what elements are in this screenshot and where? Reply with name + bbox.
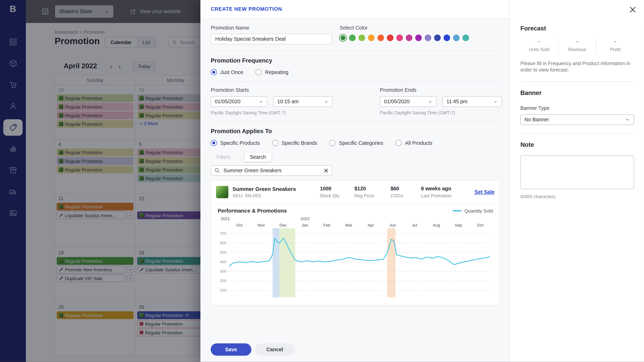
color-swatch[interactable] <box>340 35 346 41</box>
color-swatch[interactable] <box>349 35 356 41</box>
forecast-units-sold: - Units Sold <box>520 38 558 53</box>
start-timezone: Pacific Daylight Saving Time (GMT-7) <box>211 110 332 115</box>
cogs-label: COGs <box>390 193 421 198</box>
divider <box>211 51 500 51</box>
reg-price-label: Reg Price <box>354 193 390 198</box>
modal-side-panel: Forecast - Units Sold - Revenue - Profit… <box>509 0 644 362</box>
radio-icon <box>256 69 262 75</box>
tab-filters[interactable]: Filters <box>213 152 234 161</box>
svg-text:100: 100 <box>220 288 226 292</box>
legend-line-icon <box>453 210 462 212</box>
forecast-heading: Forecast <box>520 25 634 32</box>
banner-type-select[interactable]: No Banner <box>520 114 634 125</box>
select-color-label: Select Color <box>340 25 472 31</box>
color-swatch[interactable] <box>358 35 365 41</box>
end-time-select[interactable]: 11:45 pm <box>442 96 502 107</box>
start-time-select[interactable]: 10:15 am <box>273 96 333 107</box>
radio-specific-categories[interactable]: Specific Categories <box>330 140 383 146</box>
color-swatch[interactable] <box>434 35 441 41</box>
set-sale-link[interactable]: Set Sale <box>474 189 494 195</box>
last-promotion-stat: 8 weeks ago Last Promotion <box>421 186 472 198</box>
revenue-label: Revenue <box>558 47 596 52</box>
frequency-heading: Promotion Frequency <box>211 57 500 64</box>
close-modal-button[interactable] <box>628 5 637 14</box>
radio-specific-brands[interactable]: Specific Brands <box>272 140 317 146</box>
svg-text:2021: 2021 <box>221 216 230 221</box>
radio-all-products[interactable]: All Products <box>396 140 432 146</box>
svg-text:500: 500 <box>220 250 226 255</box>
banner-heading: Banner <box>520 89 634 96</box>
legend-label: Quantity Sold <box>464 208 493 213</box>
svg-text:2022: 2022 <box>300 216 310 221</box>
svg-text:Oct: Oct <box>236 223 242 227</box>
svg-text:Jan: Jan <box>302 223 308 227</box>
color-swatch[interactable] <box>387 35 394 41</box>
profit-value: - <box>596 38 634 44</box>
product-row: Summer Green Sneakers SKU: SN-053 1000 S… <box>211 181 500 204</box>
search-icon <box>214 168 220 173</box>
promotion-name-input[interactable] <box>211 34 332 45</box>
forecast-stats: - Units Sold - Revenue - Profit <box>520 38 634 53</box>
svg-text:Feb: Feb <box>324 223 330 227</box>
radio-specific-products[interactable]: Specific Products <box>211 140 260 146</box>
svg-text:Dec: Dec <box>280 223 287 227</box>
stock-qty-value: 1000 <box>320 186 354 192</box>
radio-label: Specific Products <box>220 140 260 146</box>
reg-price-value: $120 <box>354 186 390 192</box>
revenue-value: - <box>558 38 596 44</box>
svg-text:Aug: Aug <box>433 223 440 227</box>
radio-icon <box>272 140 278 146</box>
cogs-stat: $60 COGs <box>390 186 421 198</box>
radio-label: Specific Brands <box>282 140 317 146</box>
divider <box>211 81 500 82</box>
svg-text:Oct: Oct <box>477 223 484 227</box>
end-date-select[interactable]: 01/05/2020 <box>380 96 437 107</box>
banner-type-label: Banner Type <box>520 105 634 111</box>
product-search-input[interactable] <box>223 167 321 174</box>
svg-text:200: 200 <box>220 278 226 283</box>
close-icon <box>629 6 636 13</box>
save-button[interactable]: Save <box>211 343 251 356</box>
radio-icon <box>330 140 336 146</box>
color-swatch[interactable] <box>453 35 460 41</box>
radio-label: Just Once <box>220 69 243 75</box>
end-time-value: 11:45 pm <box>446 99 467 104</box>
radio-repeating[interactable]: Repeating <box>256 69 288 75</box>
color-swatch[interactable] <box>396 35 403 41</box>
color-swatch[interactable] <box>444 35 450 41</box>
tab-search[interactable]: Search <box>244 152 271 161</box>
svg-text:Jul: Jul <box>412 223 417 227</box>
cancel-button[interactable]: Cancel <box>255 343 294 356</box>
radio-just-once[interactable]: Just Once <box>211 69 243 75</box>
note-char-counter: 0/300 characters <box>520 194 634 199</box>
start-date-value: 01/05/2020 <box>215 99 240 104</box>
svg-text:300: 300 <box>220 269 226 273</box>
svg-text:Mar: Mar <box>345 223 352 227</box>
stock-qty-stat: 1000 Stock Qty <box>320 186 354 198</box>
note-textarea[interactable] <box>520 155 634 189</box>
color-swatch[interactable] <box>368 35 374 41</box>
radio-icon <box>396 140 402 146</box>
modal-title: CREATE NEW PROMOTION <box>211 6 282 12</box>
last-promotion-value: 8 weeks ago <box>421 186 472 192</box>
reg-price-stat: $120 Reg Price <box>354 186 390 198</box>
color-swatch[interactable] <box>462 35 469 41</box>
units-sold-label: Units Sold <box>520 47 558 52</box>
banner-type-value: No Banner <box>524 117 549 123</box>
color-swatch[interactable] <box>425 35 431 41</box>
chart-legend: Quantity Sold <box>453 208 493 213</box>
start-date-select[interactable]: 01/05/2020 <box>211 96 268 107</box>
product-sku: SKU: SN-053 <box>232 193 320 198</box>
modal-header: CREATE NEW PROMOTION <box>200 0 510 19</box>
clear-search-icon[interactable] <box>324 168 328 173</box>
performance-chart: 20212022OctNovDecJanFebMarAprJunJulAugSe… <box>218 215 494 302</box>
chevron-down-icon <box>625 117 630 122</box>
color-swatch[interactable] <box>406 35 412 41</box>
end-timezone: Pacific Daylight Saving Time (GMT-7) <box>380 110 502 115</box>
color-swatch[interactable] <box>378 35 384 41</box>
svg-text:600: 600 <box>220 241 226 245</box>
color-swatch[interactable] <box>415 35 422 41</box>
product-card: Summer Green Sneakers SKU: SN-053 1000 S… <box>211 180 500 306</box>
last-promotion-label: Last Promotion <box>421 193 472 198</box>
radio-label: Specific Categories <box>339 140 383 146</box>
